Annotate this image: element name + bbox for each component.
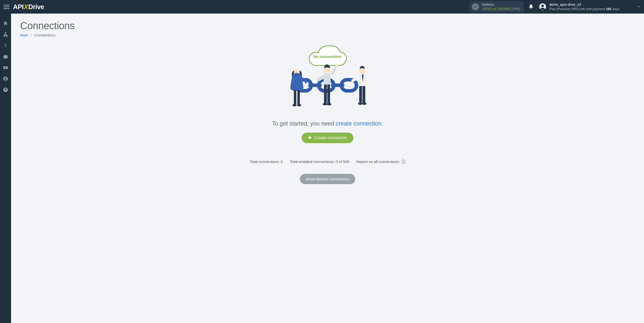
empty-illustration: No connections xyxy=(282,43,373,114)
svg-rect-27 xyxy=(363,86,365,103)
svg-point-19 xyxy=(336,64,338,67)
svg-rect-20 xyxy=(324,85,327,103)
stats-row: Total connections: 0 Total enabled conne… xyxy=(250,159,406,164)
create-connection-button[interactable]: ✚ Create connection xyxy=(302,133,354,143)
svg-point-4 xyxy=(5,77,6,79)
svg-point-29 xyxy=(362,102,367,105)
svg-point-22 xyxy=(323,103,327,105)
svg-point-23 xyxy=(327,103,331,105)
svg-rect-21 xyxy=(327,85,330,103)
logo[interactable]: APIXDrive xyxy=(13,3,44,11)
actions-of: of xyxy=(493,7,496,11)
sidebar-briefcase-icon[interactable] xyxy=(3,54,8,59)
notifications-bell-icon[interactable] xyxy=(528,4,534,10)
svg-point-15 xyxy=(293,104,297,106)
sidebar-home-icon[interactable] xyxy=(3,21,8,26)
svg-point-28 xyxy=(358,102,363,105)
create-connection-link[interactable]: create connection xyxy=(336,120,382,127)
user-avatar-icon xyxy=(539,3,546,11)
start-text: To get started, you need create connecti… xyxy=(272,120,383,127)
report-link[interactable]: Report on all connections: xyxy=(356,159,406,164)
breadcrumb-current: Connections xyxy=(34,33,55,37)
file-icon xyxy=(401,159,406,164)
main-content: Connections Main / Connections No connec… xyxy=(11,14,644,323)
svg-point-6 xyxy=(5,91,6,91)
logo-text-x: X xyxy=(24,3,28,11)
actions-box[interactable]: i Actions: 18'002 of 100'000 (18%) xyxy=(469,1,524,13)
svg-rect-26 xyxy=(359,86,362,103)
page-title: Connections xyxy=(20,20,635,31)
topbar: APIXDrive i Actions: 18'002 of 100'000 (… xyxy=(0,0,644,14)
sidebar-help-icon[interactable] xyxy=(3,87,8,93)
user-text: demo_apix-drive_s3 Plan |Premium PRO| le… xyxy=(549,3,619,11)
actions-count: 18'002 xyxy=(482,7,493,11)
cloud-text: No connections xyxy=(313,54,342,59)
actions-label: Actions: xyxy=(482,3,520,7)
svg-point-17 xyxy=(324,67,330,74)
total-connections: Total connections: 0 xyxy=(250,159,283,164)
sidebar-video-icon[interactable] xyxy=(3,65,8,70)
chevron-down-icon xyxy=(637,5,640,9)
user-plan: Plan |Premium PRO| left until payment 19… xyxy=(549,7,619,11)
hamburger-menu-button[interactable] xyxy=(4,4,10,10)
svg-point-1 xyxy=(541,5,544,7)
svg-rect-13 xyxy=(294,90,296,104)
svg-point-16 xyxy=(297,104,301,106)
sidebar-account-icon[interactable] xyxy=(3,76,8,82)
logo-text-api: API xyxy=(13,3,24,11)
breadcrumb-main-link[interactable]: Main xyxy=(20,33,28,37)
svg-rect-18 xyxy=(324,73,331,85)
show-deleted-button[interactable]: Show deleted connections xyxy=(300,174,355,184)
empty-state: No connections xyxy=(20,43,635,184)
svg-point-24 xyxy=(359,68,365,74)
actions-percent: (18%) xyxy=(511,7,520,11)
info-icon: i xyxy=(472,3,479,10)
create-button-label: Create connection xyxy=(314,136,347,140)
plus-icon: ✚ xyxy=(308,136,311,140)
sidebar-sitemap-icon[interactable] xyxy=(3,32,8,37)
sidebar xyxy=(0,14,11,323)
breadcrumb: Main / Connections xyxy=(20,33,635,37)
user-menu[interactable]: demo_apix-drive_s3 Plan |Premium PRO| le… xyxy=(539,3,640,11)
svg-rect-14 xyxy=(297,90,300,104)
logo-text-drive: Drive xyxy=(28,3,44,11)
breadcrumb-sep: / xyxy=(31,33,32,37)
enabled-connections: Total enabled connections: 0 of 500 xyxy=(290,159,349,164)
user-name: demo_apix-drive_s3 xyxy=(549,3,619,7)
sidebar-billing-icon[interactable] xyxy=(3,43,8,48)
actions-total: 100'000 xyxy=(497,7,510,11)
